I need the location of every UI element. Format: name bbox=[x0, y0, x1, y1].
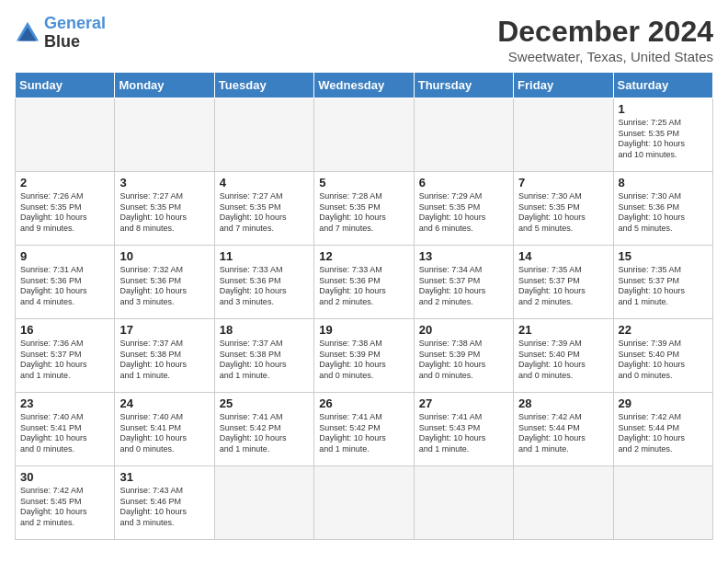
day-info: Sunrise: 7:37 AM bbox=[119, 339, 209, 350]
day-info: and 0 minutes. bbox=[419, 371, 508, 382]
table-row: 7Sunrise: 7:30 AMSunset: 5:35 PMDaylight… bbox=[514, 172, 613, 246]
table-row: 10Sunrise: 7:32 AMSunset: 5:36 PMDayligh… bbox=[115, 246, 214, 319]
day-info: Daylight: 10 hours bbox=[419, 286, 508, 297]
day-info: Sunrise: 7:42 AM bbox=[518, 412, 608, 423]
table-row bbox=[514, 98, 613, 172]
table-row: 18Sunrise: 7:37 AMSunset: 5:38 PMDayligh… bbox=[214, 319, 313, 393]
day-number: 24 bbox=[119, 396, 209, 410]
day-info: Daylight: 10 hours bbox=[220, 286, 309, 297]
col-thursday: Thursday bbox=[414, 73, 513, 98]
day-number: 15 bbox=[619, 249, 708, 263]
day-info: and 1 minute. bbox=[619, 297, 708, 308]
day-info: and 1 minute. bbox=[319, 444, 408, 455]
day-number: 13 bbox=[419, 249, 508, 263]
day-info: and 6 minutes. bbox=[419, 224, 508, 235]
table-row bbox=[414, 466, 513, 540]
day-info: and 0 minutes. bbox=[518, 371, 608, 382]
day-info: Daylight: 10 hours bbox=[419, 433, 508, 444]
col-tuesday: Tuesday bbox=[214, 73, 313, 98]
table-row bbox=[214, 466, 313, 540]
day-info: Daylight: 10 hours bbox=[619, 433, 708, 444]
day-info: Sunset: 5:36 PM bbox=[619, 202, 708, 213]
day-info: Daylight: 10 hours bbox=[319, 360, 408, 371]
day-info: Sunset: 5:40 PM bbox=[518, 350, 608, 361]
day-info: Daylight: 10 hours bbox=[319, 286, 408, 297]
day-info: Sunrise: 7:34 AM bbox=[419, 265, 508, 276]
day-info: Sunrise: 7:33 AM bbox=[220, 265, 309, 276]
day-info: Daylight: 10 hours bbox=[20, 213, 109, 224]
day-info: Sunset: 5:36 PM bbox=[20, 276, 109, 287]
day-info: Sunset: 5:44 PM bbox=[619, 423, 708, 434]
table-row: 26Sunrise: 7:41 AMSunset: 5:42 PMDayligh… bbox=[314, 393, 414, 466]
day-number: 30 bbox=[20, 470, 109, 484]
day-info: and 1 minute. bbox=[220, 371, 309, 382]
day-info: Sunset: 5:35 PM bbox=[20, 202, 109, 213]
day-info: Daylight: 10 hours bbox=[518, 213, 608, 224]
day-info: Daylight: 10 hours bbox=[220, 433, 309, 444]
day-info: Sunrise: 7:33 AM bbox=[319, 265, 408, 276]
day-info: Sunrise: 7:30 AM bbox=[619, 191, 708, 202]
location-subtitle: Sweetwater, Texas, United States bbox=[497, 49, 713, 64]
table-row bbox=[214, 98, 313, 172]
table-row: 11Sunrise: 7:33 AMSunset: 5:36 PMDayligh… bbox=[214, 246, 313, 319]
day-info: Sunset: 5:37 PM bbox=[419, 276, 508, 287]
day-info: and 5 minutes. bbox=[619, 224, 708, 235]
table-row: 13Sunrise: 7:34 AMSunset: 5:37 PMDayligh… bbox=[414, 246, 513, 319]
day-info: Sunrise: 7:39 AM bbox=[518, 339, 608, 350]
calendar-table: Sunday Monday Tuesday Wednesday Thursday… bbox=[15, 72, 713, 540]
day-number: 4 bbox=[220, 176, 309, 190]
calendar-week-row: 30Sunrise: 7:42 AMSunset: 5:45 PMDayligh… bbox=[16, 466, 713, 540]
day-info: Sunrise: 7:42 AM bbox=[20, 486, 109, 497]
day-info: and 2 minutes. bbox=[419, 297, 508, 308]
calendar-body: 1Sunrise: 7:25 AMSunset: 5:35 PMDaylight… bbox=[16, 98, 713, 540]
day-info: Sunset: 5:40 PM bbox=[619, 350, 708, 361]
day-info: Sunset: 5:39 PM bbox=[319, 350, 408, 361]
day-info: and 1 minute. bbox=[419, 444, 508, 455]
day-info: Sunset: 5:39 PM bbox=[419, 350, 508, 361]
day-info: Sunset: 5:36 PM bbox=[220, 276, 309, 287]
day-number: 6 bbox=[419, 176, 508, 190]
day-number: 22 bbox=[619, 323, 708, 337]
table-row: 23Sunrise: 7:40 AMSunset: 5:41 PMDayligh… bbox=[16, 393, 115, 466]
table-row: 30Sunrise: 7:42 AMSunset: 5:45 PMDayligh… bbox=[16, 466, 115, 540]
day-info: Sunrise: 7:27 AM bbox=[220, 191, 309, 202]
day-info: Daylight: 10 hours bbox=[220, 213, 309, 224]
day-number: 10 bbox=[119, 249, 209, 263]
calendar-week-row: 23Sunrise: 7:40 AMSunset: 5:41 PMDayligh… bbox=[16, 393, 713, 466]
logo-icon bbox=[15, 20, 40, 46]
day-info: Daylight: 10 hours bbox=[419, 213, 508, 224]
day-number: 14 bbox=[518, 249, 608, 263]
title-block: December 2024 Sweetwater, Texas, United … bbox=[497, 15, 713, 64]
day-info: Sunrise: 7:36 AM bbox=[20, 339, 109, 350]
day-info: Sunrise: 7:26 AM bbox=[20, 191, 109, 202]
col-sunday: Sunday bbox=[16, 73, 115, 98]
col-monday: Monday bbox=[115, 73, 214, 98]
day-info: Daylight: 10 hours bbox=[619, 213, 708, 224]
day-info: Sunrise: 7:39 AM bbox=[619, 339, 708, 350]
day-info: Sunset: 5:37 PM bbox=[20, 350, 109, 361]
day-info: Sunrise: 7:29 AM bbox=[419, 191, 508, 202]
day-info: Sunset: 5:38 PM bbox=[220, 350, 309, 361]
table-row: 16Sunrise: 7:36 AMSunset: 5:37 PMDayligh… bbox=[16, 319, 115, 393]
table-row bbox=[314, 466, 414, 540]
day-info: Daylight: 10 hours bbox=[518, 360, 608, 371]
day-number: 16 bbox=[20, 323, 109, 337]
day-info: Sunrise: 7:35 AM bbox=[518, 265, 608, 276]
header: GeneralBlue December 2024 Sweetwater, Te… bbox=[15, 15, 713, 64]
day-info: Daylight: 10 hours bbox=[119, 286, 209, 297]
calendar-week-row: 1Sunrise: 7:25 AMSunset: 5:35 PMDaylight… bbox=[16, 98, 713, 172]
table-row: 22Sunrise: 7:39 AMSunset: 5:40 PMDayligh… bbox=[613, 319, 712, 393]
day-info: Sunset: 5:46 PM bbox=[119, 497, 209, 508]
day-info: Sunset: 5:35 PM bbox=[619, 129, 708, 140]
day-info: Sunrise: 7:41 AM bbox=[220, 412, 309, 423]
day-number: 2 bbox=[20, 176, 109, 190]
day-number: 31 bbox=[119, 470, 209, 484]
day-info: Sunrise: 7:43 AM bbox=[119, 486, 209, 497]
day-info: Sunrise: 7:27 AM bbox=[119, 191, 209, 202]
table-row: 6Sunrise: 7:29 AMSunset: 5:35 PMDaylight… bbox=[414, 172, 513, 246]
day-info: Daylight: 10 hours bbox=[319, 213, 408, 224]
day-info: and 1 minute. bbox=[220, 444, 309, 455]
day-info: and 7 minutes. bbox=[220, 224, 309, 235]
day-info: and 2 minutes. bbox=[518, 297, 608, 308]
day-info: Sunset: 5:45 PM bbox=[20, 497, 109, 508]
